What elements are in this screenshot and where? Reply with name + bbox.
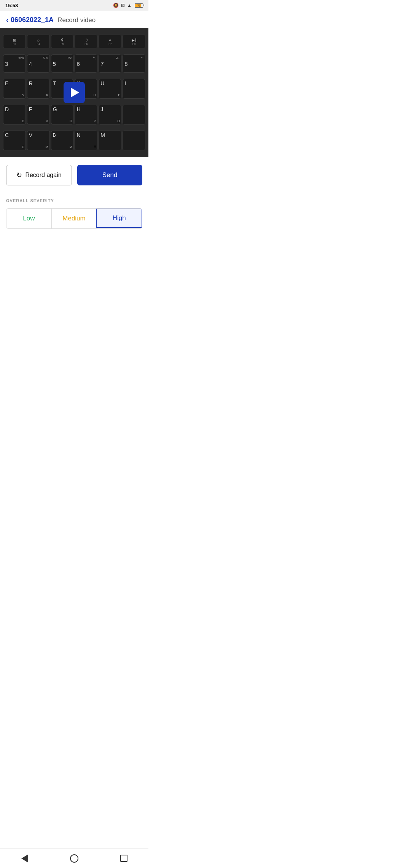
fn-key-f5: 🎙 F5: [51, 35, 74, 48]
key-h: H Р: [75, 105, 97, 124]
severity-section: OVERALL SEVERITY Low Medium High: [0, 189, 148, 235]
key-c: C С: [3, 131, 26, 150]
keyboard-row-2: D В F А G П H Р J О: [3, 105, 145, 124]
keyboard-fn-row: ⊞ F3 ⌕ F4 🎙 F5 ☽ F6 « F7 ▶‖ F8: [3, 35, 145, 48]
severity-section-label: OVERALL SEVERITY: [6, 198, 142, 203]
back-button[interactable]: ‹: [6, 16, 8, 24]
key-g: G П: [51, 105, 74, 124]
battery-indicator: 77: [135, 3, 143, 8]
keyboard-num-row: #№ 3 $% 4 %: 5 ^, 6 &. 7 *: 8: [3, 54, 145, 73]
battery-level: 77: [137, 4, 140, 7]
key-m: M: [99, 131, 121, 150]
key-b: Bi И: [51, 131, 74, 150]
num-key-7: &. 7: [99, 54, 121, 73]
num-key-6: ^, 6: [75, 54, 97, 73]
fn-key-f3: ⊞ F3: [3, 35, 26, 48]
action-buttons-container: ↻ Record again Send: [0, 157, 148, 189]
key-i: I: [123, 79, 145, 99]
num-key-3: #№ 3: [3, 54, 26, 73]
send-button[interactable]: Send: [77, 165, 142, 185]
status-icons: 🔕 ⊠ ▲ 77: [113, 3, 143, 8]
record-again-button[interactable]: ↻ Record again: [6, 165, 72, 185]
num-key-4: $% 4: [27, 54, 50, 73]
x-box-icon: ⊠: [121, 3, 125, 8]
key-u: U Г: [99, 79, 121, 99]
top-nav: ‹ 06062022_1A Record video: [0, 11, 148, 28]
num-key-8: *: 8: [123, 54, 145, 73]
fn-key-f8: ▶‖ F8: [123, 35, 145, 48]
severity-low-button[interactable]: Low: [6, 209, 51, 228]
key-f: F А: [27, 105, 50, 124]
refresh-icon: ↻: [16, 171, 22, 179]
record-again-label: Record again: [25, 172, 61, 179]
key-j: J О: [99, 105, 121, 124]
severity-high-button[interactable]: High: [96, 208, 142, 228]
key-placeholder2: [123, 131, 145, 150]
severity-options: Low Medium High: [6, 208, 142, 229]
status-time: 15:58: [5, 3, 18, 8]
fn-key-f6: ☽ F6: [75, 35, 97, 48]
play-button[interactable]: [64, 82, 85, 103]
key-e: E У: [3, 79, 26, 99]
status-bar: 15:58 🔕 ⊠ ▲ 77: [0, 0, 148, 11]
severity-medium-button[interactable]: Medium: [51, 209, 97, 228]
key-placeholder: [123, 105, 145, 124]
page-title-sub: Record video: [57, 16, 96, 24]
key-d: D В: [3, 105, 26, 124]
fn-key-f7: « F7: [99, 35, 121, 48]
num-key-5: %: 5: [51, 54, 74, 73]
key-n: N Т: [75, 131, 97, 150]
video-player[interactable]: ⊞ F3 ⌕ F4 🎙 F5 ☽ F6 « F7 ▶‖ F8: [0, 28, 148, 157]
wifi-icon: ▲: [127, 3, 132, 8]
keyboard-row-3: C С V М Bi И N Т M: [3, 131, 145, 150]
bell-mute-icon: 🔕: [113, 3, 119, 8]
send-label: Send: [102, 171, 118, 179]
key-r: R К: [27, 79, 50, 99]
page-title-id: 06062022_1A: [11, 16, 54, 24]
fn-key-f4: ⌕ F4: [27, 35, 50, 48]
play-icon: [71, 88, 79, 97]
key-v: V М: [27, 131, 50, 150]
